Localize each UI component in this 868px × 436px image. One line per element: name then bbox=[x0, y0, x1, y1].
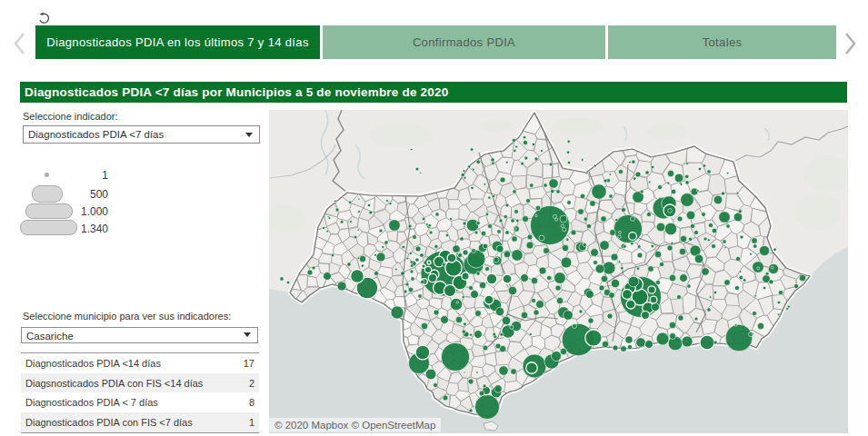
svg-text:© 2020 Mapbox © OpenStreetMap: © 2020 Mapbox © OpenStreetMap bbox=[274, 420, 435, 431]
